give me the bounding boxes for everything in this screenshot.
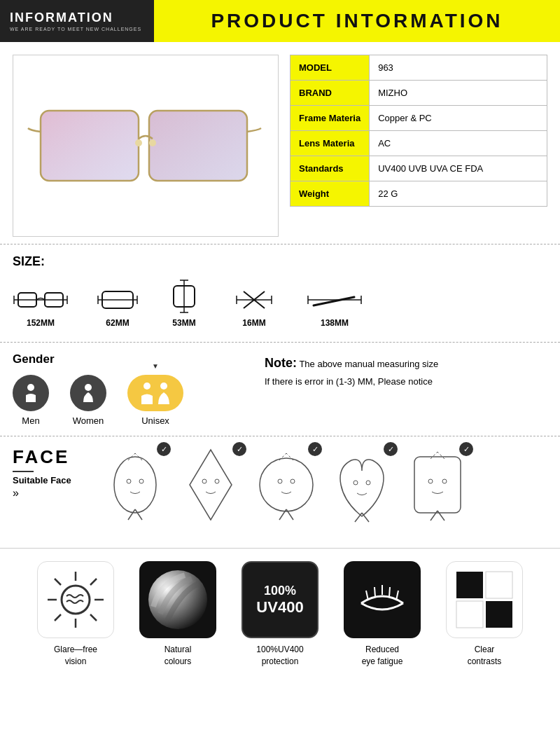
svg-line-35 (128, 509, 135, 520)
features-row: Glare—freevision (13, 561, 547, 668)
svg-rect-76 (486, 601, 512, 628)
page-title: PRODUCT INTORMATION (154, 10, 560, 32)
svg-point-48 (366, 481, 370, 485)
face-shape-oval: ✓ (104, 446, 167, 523)
svg-rect-74 (486, 572, 512, 598)
gender-icons: Men Women ▼ (13, 375, 251, 426)
heart-face-svg (330, 446, 393, 523)
round-face-svg (255, 446, 318, 523)
check-badge: ✓ (384, 442, 398, 456)
check-badge: ✓ (308, 442, 322, 456)
svg-point-39 (215, 479, 219, 483)
svg-line-71 (389, 587, 390, 597)
frame-label: Frame Materia (290, 106, 370, 131)
face-section: FACE Suitable Face » ✓ (0, 436, 560, 549)
gender-item-women: Women (70, 375, 106, 426)
svg-point-44 (290, 479, 295, 483)
size-value: 16MM (242, 318, 265, 328)
frame-value: Copper & PC (370, 106, 547, 131)
check-badge: ✓ (157, 442, 171, 456)
gender-left: Gender Men (13, 352, 251, 426)
model-label: MODEL (290, 55, 370, 81)
svg-line-41 (279, 453, 286, 460)
size-icon-bridge (230, 286, 279, 314)
unisex-icon (127, 375, 183, 411)
table-row: Standards UV400 UVB UVA CE FDA (290, 156, 547, 181)
svg-point-34 (139, 479, 144, 483)
face-line (13, 471, 34, 472)
svg-point-30 (114, 457, 156, 513)
gender-section: Gender Men (0, 343, 560, 436)
svg-rect-1 (149, 111, 247, 181)
check-badge: ✓ (459, 442, 473, 456)
page-header: INFORMATION WE ARE READY TO MEET NEW CHA… (0, 0, 560, 42)
face-arrow: » (13, 487, 97, 500)
size-item: 152MM (13, 286, 69, 328)
feature-label-uv400: 100%UV400protection (256, 644, 303, 668)
glare-svg (44, 568, 107, 631)
face-shape-diamond: ✓ (179, 446, 242, 523)
feature-eye-fatigue: Reducedeye fatigue (337, 561, 428, 668)
svg-rect-51 (414, 457, 461, 513)
note-line2: If there is error in (1-3) MM, Please no… (265, 374, 547, 390)
men-icon (13, 375, 49, 411)
standards-value: UV400 UVB UVA CE FDA (370, 156, 547, 181)
gender-title: Gender (13, 352, 251, 366)
size-item: 62MM (97, 286, 139, 328)
svg-point-47 (354, 481, 358, 485)
svg-point-55 (442, 479, 447, 483)
feature-label-glare: Glare—freevision (54, 644, 97, 668)
table-row: Frame Materia Copper & PC (290, 106, 547, 131)
lens-label: Lens Materia (290, 131, 370, 156)
svg-line-63 (55, 579, 61, 585)
product-section: MODEL 963 BRAND MIZHO Frame Materia Copp… (0, 42, 560, 244)
uv400-icon-box: 100% UV400 (241, 561, 318, 638)
size-icons: 152MM 62MM 53MM (13, 279, 547, 328)
check-badge: ✓ (232, 442, 246, 456)
svg-rect-0 (41, 111, 139, 181)
size-value: 152MM (27, 318, 55, 328)
size-icon-temple (307, 286, 363, 314)
svg-marker-37 (190, 450, 232, 520)
face-label-block: FACE Suitable Face » (13, 446, 97, 500)
svg-point-25 (27, 384, 34, 391)
feature-label-natural: Naturalcolours (164, 644, 192, 668)
svg-line-53 (438, 452, 444, 459)
svg-point-33 (127, 479, 131, 483)
face-shape-square: ✓ (406, 446, 469, 523)
brand-label: BRAND (290, 81, 370, 106)
women-label: Women (73, 415, 104, 426)
product-image (13, 55, 279, 237)
glare-icon-box (37, 561, 114, 638)
unisex-arrow: ▼ (152, 362, 159, 370)
size-icon-total (13, 286, 69, 314)
svg-point-29 (160, 383, 167, 390)
svg-line-66 (55, 614, 61, 621)
women-figure-icon (78, 383, 99, 404)
size-value: 53MM (172, 318, 195, 328)
note-bold: Note: (265, 356, 297, 370)
size-icon-lens-height (167, 279, 202, 314)
features-section: Glare—freevision (0, 549, 560, 682)
size-item: 138MM (307, 286, 363, 328)
svg-point-2 (135, 139, 142, 146)
svg-line-49 (355, 513, 362, 522)
size-value: 138MM (321, 318, 349, 328)
svg-line-50 (362, 513, 369, 522)
unisex-label: Unisex (141, 415, 169, 426)
svg-line-36 (135, 509, 142, 520)
weight-value: 22 G (370, 181, 547, 207)
svg-rect-75 (456, 601, 483, 628)
svg-point-27 (85, 384, 92, 391)
size-item: 16MM (230, 286, 279, 328)
feature-glare: Glare—freevision (30, 561, 121, 668)
brand-block: INFORMATION WE ARE READY TO MEET NEW CHA… (0, 0, 154, 42)
svg-line-57 (438, 511, 444, 521)
feature-uv400: 100% UV400 100%UV400protection (234, 561, 326, 668)
svg-line-65 (90, 579, 97, 585)
brand-value: MIZHO (370, 81, 547, 106)
svg-rect-73 (456, 572, 483, 598)
svg-line-52 (430, 452, 438, 459)
table-row: Lens Materia AC (290, 131, 547, 156)
feature-label-eye-fatigue: Reducedeye fatigue (362, 644, 403, 668)
